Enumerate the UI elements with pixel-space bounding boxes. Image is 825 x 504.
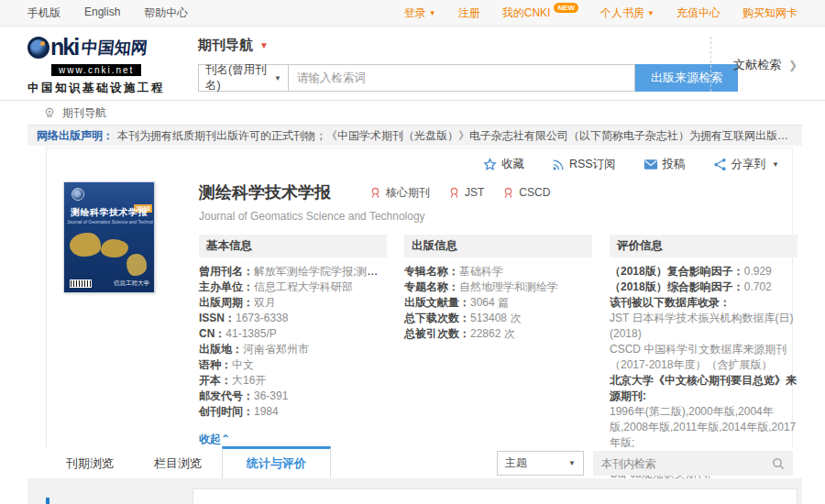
buy-card-link[interactable]: 购买知网卡 (742, 5, 798, 21)
journal-actions: 收藏 RSS订阅 投稿 (47, 148, 792, 172)
cover-map-shape (126, 254, 147, 276)
info-row: 该刊被以下数据库收录： (610, 295, 798, 311)
breadcrumb-label[interactable]: 期刊导航 (62, 105, 106, 121)
journal-info: 测绘科学技术学报 核心期刊 (155, 181, 812, 482)
mobile-version-link[interactable]: 手机版 (28, 5, 60, 21)
info-row: 1996年(第二版),2000年版,2004年版,2008年版,2011年版,2… (610, 404, 798, 451)
jst-badge: JST (448, 185, 484, 201)
cover-barcode (70, 279, 92, 288)
info-row: 创刊时间：1984 (199, 404, 387, 420)
notice-text: 本刊为拥有纸质期刊出版许可的正式刊物；《中国学术期刊（光盘版）》电子杂志社有限公… (117, 128, 793, 144)
caret-down-icon: ▼ (647, 9, 654, 17)
login-link[interactable]: 登录▼ (404, 5, 436, 21)
info-row: 曾用刊名：解放军测绘学院学报;测绘学院院报;... (199, 264, 387, 279)
journal-cover-image[interactable]: 2018 测绘科学技术学报 Journal of Geomatics Scien… (63, 181, 155, 293)
chevron-up-icon: ⌃ (221, 433, 230, 445)
publication-info-header: 出版信息 (404, 235, 592, 257)
info-row: 出版周期：双月 (199, 295, 387, 311)
evaluation-info-header: 评价信息 (610, 235, 798, 257)
tab-column-browse[interactable]: 栏目浏览 (134, 448, 222, 478)
personal-library-link[interactable]: 个人书房▼ (600, 5, 654, 21)
journal-title: 测绘科学技术学报 (199, 181, 331, 203)
search-scope-select[interactable]: 刊名(曾用刊名) ▼ (198, 64, 289, 92)
register-link[interactable]: 注册 (458, 5, 480, 21)
document-search-link[interactable]: 文献检索 ❯ (733, 57, 798, 73)
cover-footer-text: 信息工程大学 (114, 279, 149, 288)
journal-english-title: Journal of Geomatics Science and Technol… (199, 210, 798, 223)
rss-subscribe-button[interactable]: RSS订阅 (552, 157, 616, 172)
medal-icon (369, 187, 381, 199)
info-row: 总下载次数：513408 次 (404, 311, 592, 326)
submit-article-button[interactable]: 投稿 (644, 157, 686, 172)
english-link[interactable]: English (84, 5, 120, 21)
info-row: 专题名称：自然地理学和测绘学 (404, 279, 592, 295)
search-input[interactable] (289, 64, 635, 92)
journal-nav-title[interactable]: 期刊导航 (198, 37, 253, 54)
info-row: CN：41-1385/P (199, 326, 387, 342)
breadcrumb: 期刊导航 (0, 101, 825, 125)
info-row: 开本：大16开 (199, 373, 387, 389)
publication-info-column: 出版信息 专辑名称：基础科学 专题名称：自然地理学和测绘学 出版文献量：3064… (404, 235, 592, 482)
rss-icon (552, 159, 565, 171)
tab-content-panel (192, 488, 798, 504)
cover-logo-icon (72, 188, 84, 201)
cover-map-shape (101, 239, 128, 257)
location-pin-icon (44, 107, 55, 118)
info-row: 语种：中文 (199, 357, 387, 373)
search-icon[interactable] (772, 457, 785, 470)
basic-info-column: 基本信息 曾用刊名：解放军测绘学院学报;测绘学院院报;... 主办单位：信息工程… (199, 235, 387, 482)
journal-badges: 核心期刊 JST (369, 185, 550, 201)
cover-subtitle: Journal of Geomatics Science and Technol… (67, 219, 153, 225)
info-row: 总被引次数：22862 次 (404, 326, 592, 342)
envelope-icon (644, 159, 658, 170)
site-header: nki 中国知网 www.cnki.net 中国知识基础设施工程 期刊导航 ▼ … (0, 27, 825, 101)
notice-label: 网络出版声明： (37, 128, 114, 144)
recharge-center-link[interactable]: 充值中心 (676, 5, 720, 21)
favorite-button[interactable]: 收藏 (483, 157, 524, 172)
info-row: ISSN：1673-6338 (199, 311, 387, 326)
info-row: （2018版）复合影响因子：0.929 (610, 264, 798, 279)
logo-text: nki (50, 34, 78, 60)
journal-nav-title-row: 期刊导航 ▼ (198, 37, 269, 54)
journal-body: 2018 测绘科学技术学报 Journal of Geomatics Scien… (47, 172, 792, 482)
publication-search-button[interactable]: 出版来源检索 (635, 64, 738, 92)
medal-icon (502, 187, 514, 199)
share-icon (713, 158, 727, 171)
tab-issue-browse[interactable]: 刊期浏览 (46, 448, 134, 478)
cnki-globe-icon (28, 37, 50, 59)
share-button[interactable]: 分享到 ▼ (713, 157, 779, 172)
info-row: （2018版）综合影响因子：0.702 (610, 279, 798, 295)
core-journal-badge: 核心期刊 (369, 185, 430, 201)
info-row: JST 日本科学技术振兴机构数据库(日)(2018) (610, 311, 798, 342)
my-cnki-link[interactable]: 我的CNKINEW (502, 5, 578, 21)
publication-notice: 网络出版声明： 本刊为拥有纸质期刊出版许可的正式刊物；《中国学术期刊（光盘版）》… (28, 125, 802, 146)
new-badge: NEW (554, 3, 578, 13)
top-utility-bar: 手机版 English 帮助中心 登录▼ 注册 我的CNKINEW 个人书房▼ … (0, 0, 825, 27)
info-row: 专辑名称：基础科学 (404, 264, 592, 279)
tab-statistics-evaluation[interactable]: 统计与评价 (222, 446, 331, 478)
info-row: 北京大学《中文核心期刊要目总览》来源期刊: (610, 373, 798, 404)
caret-down-icon[interactable]: ▼ (259, 40, 269, 50)
topbar-left-links: 手机版 English 帮助中心 (28, 5, 188, 21)
page: 手机版 English 帮助中心 登录▼ 注册 我的CNKINEW 个人书房▼ … (0, 0, 825, 504)
logo-slogan: 中国知识基础设施工程 (28, 81, 192, 96)
evaluation-info-column: 评价信息 （2018版）复合影响因子：0.929 （2018版）综合影响因子：0… (610, 235, 798, 482)
help-center-link[interactable]: 帮助中心 (144, 5, 188, 21)
cnki-logo[interactable]: nki 中国知网 www.cnki.net 中国知识基础设施工程 (28, 34, 192, 96)
info-columns: 基本信息 曾用刊名：解放军测绘学院学报;测绘学院院报;... 主办单位：信息工程… (199, 235, 798, 482)
info-row: 主办单位：信息工程大学科研部 (199, 279, 387, 295)
topbar-right-links: 登录▼ 注册 我的CNKINEW 个人书房▼ 充值中心 购买知网卡 (404, 5, 798, 21)
cover-map-shape (70, 233, 101, 257)
journal-detail-card: 收藏 RSS订阅 投稿 (46, 148, 793, 447)
logo-url: www.cnki.net (51, 64, 141, 76)
cscd-badge: CSCD (502, 185, 550, 201)
medal-icon (448, 187, 460, 199)
in-journal-search-input[interactable] (601, 457, 772, 470)
basic-info-header: 基本信息 (199, 235, 387, 257)
caret-down-icon: ▼ (274, 74, 281, 82)
journal-tabs-row: 刊期浏览 栏目浏览 统计与评价 主题 ▼ (46, 447, 793, 478)
info-row: 出版地：河南省郑州市 (199, 342, 387, 357)
in-journal-scope-select[interactable]: 主题 ▼ (497, 451, 584, 476)
collapse-link[interactable]: 收起⌃ (199, 432, 230, 447)
cover-title: 测绘科学技术学报 (64, 206, 154, 219)
